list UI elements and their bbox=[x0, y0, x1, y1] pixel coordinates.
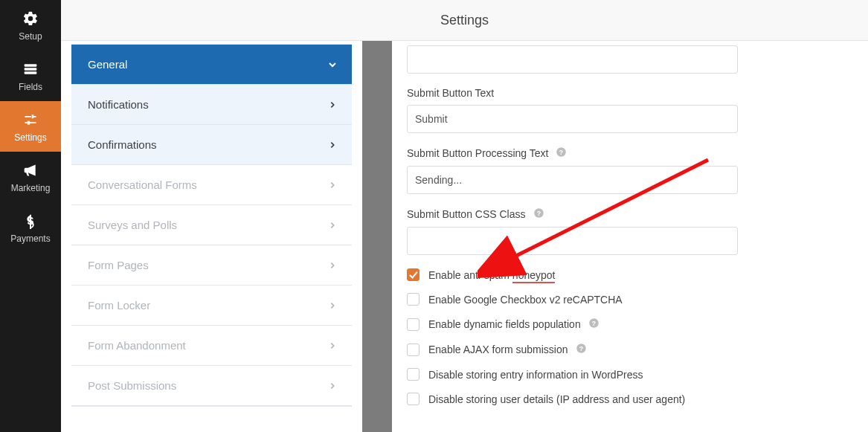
nav-item-fields[interactable]: Fields bbox=[0, 51, 61, 101]
submit-button-text-label: Submit Button Text bbox=[407, 87, 494, 99]
svg-rect-1 bbox=[25, 68, 37, 70]
chevron-down-icon bbox=[328, 60, 337, 69]
help-icon[interactable]: ? bbox=[556, 146, 567, 160]
recaptcha-label: Enable Google Checkbox v2 reCAPTCHA bbox=[428, 294, 623, 306]
list-icon bbox=[21, 61, 40, 77]
submit-processing-text-label: Submit Button Processing Text bbox=[407, 147, 548, 159]
chevron-right-icon bbox=[328, 221, 337, 230]
sidebar-item-form-locker[interactable]: Form Locker bbox=[71, 286, 352, 326]
dollar-icon: $ bbox=[21, 213, 40, 229]
disable-entry-checkbox[interactable] bbox=[407, 368, 419, 381]
sidebar-item-form-abandonment[interactable]: Form Abandonment bbox=[71, 326, 352, 366]
nav-label: Payments bbox=[10, 233, 50, 244]
top-blank-input[interactable] bbox=[407, 45, 738, 74]
sidebar-item-label: Form Pages bbox=[88, 259, 149, 271]
chevron-right-icon bbox=[328, 301, 337, 310]
nav-item-marketing[interactable]: Marketing bbox=[0, 152, 61, 202]
disable-user-checkbox[interactable] bbox=[407, 393, 419, 405]
form-panel: Submit Button Text Submit Button Process… bbox=[392, 41, 868, 432]
nav-item-payments[interactable]: $ Payments bbox=[0, 202, 61, 253]
sidebar-item-label: General bbox=[88, 58, 127, 71]
sidebar-item-form-pages[interactable]: Form Pages bbox=[71, 245, 352, 286]
ajax-label: Enable AJAX form submission bbox=[428, 344, 568, 355]
nav-item-settings[interactable]: Settings bbox=[0, 101, 61, 152]
sidebar-item-label: Form Locker bbox=[88, 299, 150, 312]
chevron-right-icon bbox=[328, 341, 337, 350]
sidebar-item-label: Confirmations bbox=[88, 138, 157, 151]
help-icon[interactable]: ? bbox=[576, 343, 587, 356]
sidebar-item-label: Surveys and Polls bbox=[88, 219, 177, 231]
dynamic-fields-label: Enable dynamic fields population bbox=[428, 318, 581, 330]
help-icon[interactable]: ? bbox=[533, 207, 544, 221]
sidebar-item-label: Post Submissions bbox=[88, 379, 176, 392]
settings-sidebar: General Notifications Confirmations Conv… bbox=[61, 41, 362, 432]
page-title: Settings bbox=[440, 13, 489, 28]
disable-entry-label: Disable storing entry information in Wor… bbox=[428, 369, 643, 381]
nav-item-setup[interactable]: Setup bbox=[0, 0, 61, 51]
dynamic-fields-checkbox[interactable] bbox=[407, 318, 419, 331]
submit-processing-text-input[interactable] bbox=[407, 166, 738, 194]
nav-label: Marketing bbox=[11, 183, 51, 193]
svg-text:?: ? bbox=[559, 149, 563, 156]
page-header: Settings bbox=[61, 0, 868, 41]
sidebar-item-conversational-forms[interactable]: Conversational Forms bbox=[71, 165, 352, 205]
sidebar-item-confirmations[interactable]: Confirmations bbox=[71, 125, 352, 165]
ajax-checkbox[interactable] bbox=[407, 344, 419, 356]
svg-text:$: $ bbox=[28, 214, 34, 227]
gear-icon bbox=[21, 10, 40, 27]
svg-text:?: ? bbox=[536, 210, 540, 217]
chevron-right-icon bbox=[328, 381, 337, 390]
honeypot-label: Enable anti-spam honeypot bbox=[428, 269, 555, 281]
svg-rect-2 bbox=[25, 71, 37, 74]
chevron-right-icon bbox=[328, 261, 337, 270]
help-icon[interactable]: ? bbox=[588, 317, 599, 331]
submit-css-class-input[interactable] bbox=[407, 227, 738, 255]
panel-divider bbox=[362, 41, 392, 432]
recaptcha-checkbox[interactable] bbox=[407, 293, 419, 306]
sidebar-item-label: Notifications bbox=[88, 98, 149, 111]
sidebar-item-label: Conversational Forms bbox=[88, 178, 197, 191]
sidebar-item-post-submissions[interactable]: Post Submissions bbox=[71, 366, 352, 406]
bullhorn-icon bbox=[21, 162, 40, 178]
nav-label: Setup bbox=[19, 31, 42, 42]
main-area: Settings General Notifications Confirmat… bbox=[61, 0, 868, 432]
submit-css-class-label: Submit Button CSS Class bbox=[407, 208, 526, 220]
chevron-right-icon bbox=[328, 100, 337, 109]
sidebar-item-general[interactable]: General bbox=[71, 45, 352, 85]
chevron-right-icon bbox=[328, 141, 337, 149]
sidebar-item-notifications[interactable]: Notifications bbox=[71, 85, 352, 125]
honeypot-checkbox[interactable] bbox=[407, 268, 419, 281]
submit-button-text-input[interactable] bbox=[407, 105, 738, 133]
nav-label: Settings bbox=[14, 132, 46, 143]
sidebar-item-surveys-polls[interactable]: Surveys and Polls bbox=[71, 205, 352, 245]
svg-text:?: ? bbox=[579, 345, 582, 352]
sliders-icon bbox=[21, 112, 40, 128]
svg-text:?: ? bbox=[592, 320, 596, 327]
nav-rail: Setup Fields Settings Marketing $ Paymen… bbox=[0, 0, 61, 432]
disable-user-label: Disable storing user details (IP address… bbox=[428, 393, 685, 405]
svg-rect-0 bbox=[25, 64, 37, 66]
chevron-right-icon bbox=[328, 181, 337, 190]
sidebar-item-label: Form Abandonment bbox=[88, 339, 186, 352]
nav-label: Fields bbox=[19, 82, 42, 92]
